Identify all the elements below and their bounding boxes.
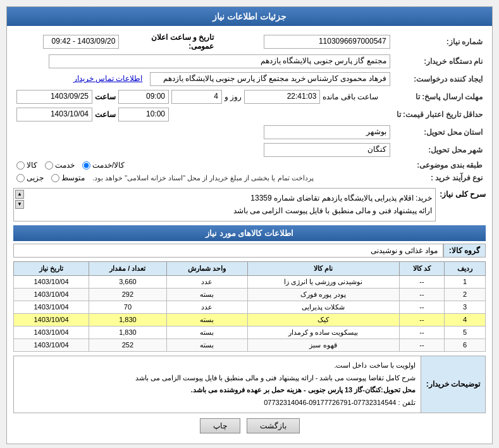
province-value: بوشهر	[13, 123, 393, 141]
price-time-label: ساعت	[95, 110, 116, 119]
cell-5: 1403/10/04	[14, 326, 89, 339]
row-province: استان محل تحویل: بوشهر	[13, 123, 486, 141]
goods-header-row: ردیف کد کالا نام کالا واحد شمارش تعداد /…	[14, 261, 486, 275]
back-button[interactable]: بازگشت	[247, 418, 300, 433]
creator-field: فرهاد محمودی کارشناس خرید مجتمع گاز پارس…	[150, 72, 390, 86]
province-label: استان محل تحویل:	[393, 123, 486, 141]
description-label: سرح کلی نیاز:	[440, 188, 486, 199]
row-category: طبقه بندی موضوعی: کالا خدمت کالا/خدمت	[13, 159, 486, 171]
cell-5: 1403/10/04	[14, 275, 89, 288]
goods-table-header: ردیف کد کالا نام کالا واحد شمارش تعداد /…	[14, 261, 486, 275]
category-value: کالا خدمت کالا/خدمت	[13, 159, 393, 171]
buyer-org-label: نام دستگاه خریدار:	[393, 53, 486, 70]
cell-2: نوشیدنی ورزشی یا انرژی زا	[247, 275, 399, 288]
buyer-org-value: مجتمع گاز پارس جنوبی پالایشگاه یازدهم	[13, 53, 393, 70]
row-price-deadline: حداقل تاریخ اعتبار قیمت: تا 1403/10/04 س…	[13, 106, 486, 123]
category-kala-khedmat-item[interactable]: کالا/خدمت	[82, 161, 125, 170]
buyer-note-content: اولویت با ساخت داخل است. شرح کامل تقاضا …	[13, 356, 421, 413]
contact-info-link[interactable]: اطلاعات تماس خریدار	[73, 74, 143, 83]
price-deadline-value: 1403/10/04 ساعت 10:00	[13, 106, 393, 123]
print-button[interactable]: چاپ	[200, 418, 240, 433]
buyer-org-field: مجتمع گاز پارس جنوبی پالایشگاه یازدهم	[49, 54, 390, 68]
cell-3: عدد	[166, 275, 247, 288]
response-remaining-field: 22:41:03	[244, 90, 320, 104]
row-creator: ایجاد کننده درخواست: فرهاد محمودی کارشنا…	[13, 70, 486, 88]
datetime-value: 1403/09/20 - 09:42	[13, 31, 122, 53]
col-name: نام کالا	[247, 261, 399, 275]
main-container: جزئیات اطلاعات نیاز شماره نیاز: 11030966…	[6, 6, 493, 444]
creator-value: فرهاد محمودی کارشناس خرید مجتمع گاز پارس…	[13, 70, 393, 88]
creator-label: ایجاد کننده درخواست:	[393, 70, 486, 88]
category-kala-item[interactable]: کالا	[16, 161, 37, 170]
category-khedmat-item[interactable]: خدمت	[45, 161, 75, 170]
cell-4: 1,830	[89, 313, 167, 326]
row-buyer-org: نام دستگاه خریدار: مجتمع گاز پارس جنوبی …	[13, 53, 486, 70]
cell-0: 6	[445, 339, 486, 351]
bottom-buttons: بازگشت چاپ	[13, 418, 486, 433]
purchase-jozii-radio[interactable]	[16, 174, 25, 182]
goods-table-body: 1--نوشیدنی ورزشی یا انرژی زاعدد3,6601403…	[14, 275, 486, 351]
buyer-notes-label: توضیحات خریدار:	[421, 356, 486, 413]
col-row: ردیف	[445, 261, 486, 275]
page-title: جزئیات اطلاعات نیاز	[7, 7, 492, 26]
table-row: 2--پودر پوره فورکبسته2921403/10/04	[14, 288, 486, 301]
order-number-label: شماره نیاز:	[393, 31, 486, 53]
buyer-note-line1: اولویت با ساخت داخل است.	[19, 359, 416, 372]
response-days-field: 4	[171, 90, 222, 104]
purchase-motevaset-item[interactable]: متوسط	[51, 173, 85, 182]
scroll-down-btn[interactable]: ▼	[15, 200, 24, 209]
datetime-label: تاریخ و ساعت اعلان عمومی:	[122, 31, 217, 53]
description-row: سرح کلی نیاز: ▲ ▼ خرید: اقلام پذیرایی پا…	[13, 188, 486, 221]
cell-1: --	[399, 326, 445, 339]
table-row: 3--شکلات پذیراییعدد701403/10/04	[14, 301, 486, 313]
cell-2: شکلات پذیرایی	[247, 301, 399, 313]
scroll-up-btn[interactable]: ▲	[15, 190, 24, 199]
cell-1: --	[399, 275, 445, 288]
response-date-field: 1403/09/25	[16, 90, 92, 104]
cell-1: --	[399, 313, 445, 326]
datetime-field: 1403/09/20 - 09:42	[43, 35, 119, 49]
response-days-label: روز و	[225, 92, 242, 101]
row-purchase-type: نوع فرآیند خرید : جزیی متوسط پرداخت تمام…	[13, 171, 486, 184]
cell-0: 2	[445, 288, 486, 301]
category-khedmat-label: خدمت	[55, 161, 75, 170]
cell-0: 4	[445, 313, 486, 326]
category-kala-khedmat-label: کالا/خدمت	[92, 161, 125, 170]
buyer-note-line2: شرح کامل تقاضا پیوست می باشد - ارائه پیش…	[19, 372, 416, 385]
goods-group-row: گروه کالا: مواد غذائی و نوشیدنی	[13, 244, 486, 258]
row-order-number: شماره نیاز: 1103096697000547 تاریخ و ساع…	[13, 31, 486, 53]
category-kala-radio[interactable]	[16, 161, 25, 170]
category-kala-khedmat-radio[interactable]	[82, 161, 90, 170]
cell-4: 252	[89, 339, 167, 351]
cell-1: --	[399, 301, 445, 313]
row-city: شهر محل تحویل: کنگان	[13, 141, 486, 159]
purchase-motevaset-radio[interactable]	[51, 174, 59, 182]
province-field: بوشهر	[264, 125, 390, 139]
purchase-jozii-item[interactable]: جزیی	[16, 173, 44, 182]
city-label: شهر محل تحویل:	[393, 141, 486, 159]
cell-5: 1403/10/04	[14, 313, 89, 326]
category-kala-label: کالا	[27, 161, 37, 170]
cell-2: قهوه سبز	[247, 339, 399, 351]
info-table: شماره نیاز: 1103096697000547 تاریخ و ساع…	[13, 31, 486, 184]
cell-5: 1403/10/04	[14, 339, 89, 351]
purchase-type-value: جزیی متوسط پرداخت تمام یا بخشی از مبلغ خ…	[13, 171, 393, 184]
city-value: کنگان	[13, 141, 393, 159]
cell-5: 1403/10/04	[14, 301, 89, 313]
purchase-jozii-label: جزیی	[27, 173, 44, 182]
order-number-value: 1103096697000547	[217, 31, 393, 53]
col-code: کد کالا	[399, 261, 445, 275]
response-remaining-suffix: ساعت باقی مانده	[323, 92, 378, 101]
cell-0: 5	[445, 326, 486, 339]
purchase-type-label: نوع فرآیند خرید :	[393, 171, 486, 184]
category-label: طبقه بندی موضوعی:	[393, 159, 486, 171]
category-khedmat-radio[interactable]	[45, 161, 53, 170]
buyer-notes-row: توضیحات خریدار: اولویت با ساخت داخل است.…	[13, 356, 486, 413]
response-deadline-value: 1403/09/25 ساعت 09:00 4 روز و 22:41:03 س…	[13, 88, 393, 106]
price-time-field: 10:00	[118, 108, 169, 121]
content-area: شماره نیاز: 1103096697000547 تاریخ و ساع…	[7, 26, 492, 444]
col-unit: واحد شمارش	[166, 261, 247, 275]
city-field: کنگان	[264, 143, 390, 157]
cell-2: کیک	[247, 313, 399, 326]
response-time-field: 09:00	[118, 90, 169, 104]
